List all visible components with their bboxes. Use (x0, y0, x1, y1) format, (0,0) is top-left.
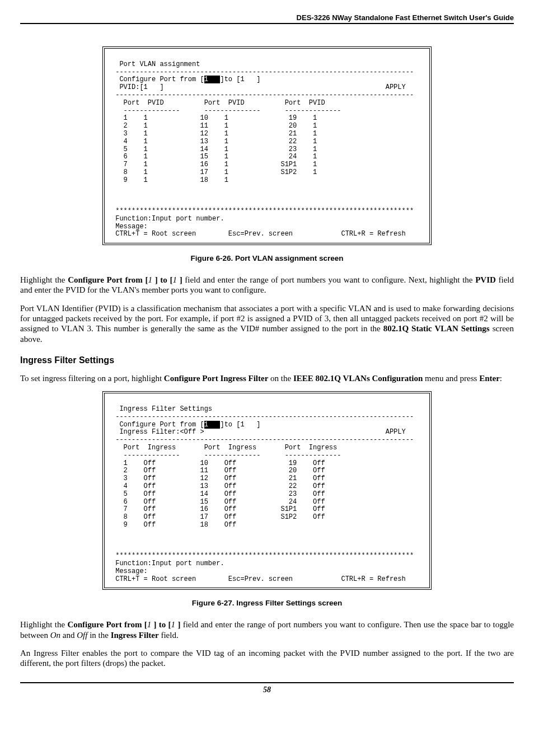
terminal-port-vlan-content: Port VLAN assignment -------------------… (111, 53, 423, 238)
paragraph-1: Highlight the Configure Port from [1 ] t… (20, 275, 514, 295)
terminal-ingress-filter-content: Ingress Filter Settings ----------------… (111, 398, 423, 583)
figure-6-26-caption: Figure 6-26. Port VLAN assignment screen (20, 254, 514, 262)
page-number: 58 (263, 685, 271, 694)
guide-title: DES-3226 NWay Standalone Fast Ethernet S… (20, 13, 514, 22)
terminal-ingress-filter: Ingress Filter Settings ----------------… (102, 391, 432, 590)
paragraph-4: Highlight the Configure Port from [1 ] t… (20, 619, 514, 640)
paragraph-2: Port VLAN Identifier (PVID) is a classif… (20, 303, 514, 344)
terminal-port-vlan: Port VLAN assignment -------------------… (102, 46, 432, 245)
page-footer: 58 (20, 682, 514, 694)
page-header: DES-3226 NWay Standalone Fast Ethernet S… (20, 13, 514, 24)
figure-6-27-caption: Figure 6-27. Ingress Filter Settings scr… (20, 599, 514, 607)
section-heading-ingress: Ingress Filter Settings (20, 355, 514, 365)
paragraph-5: An Ingress Filter enables the port to co… (20, 648, 514, 669)
paragraph-3: To set ingress filtering on a port, high… (20, 373, 514, 383)
